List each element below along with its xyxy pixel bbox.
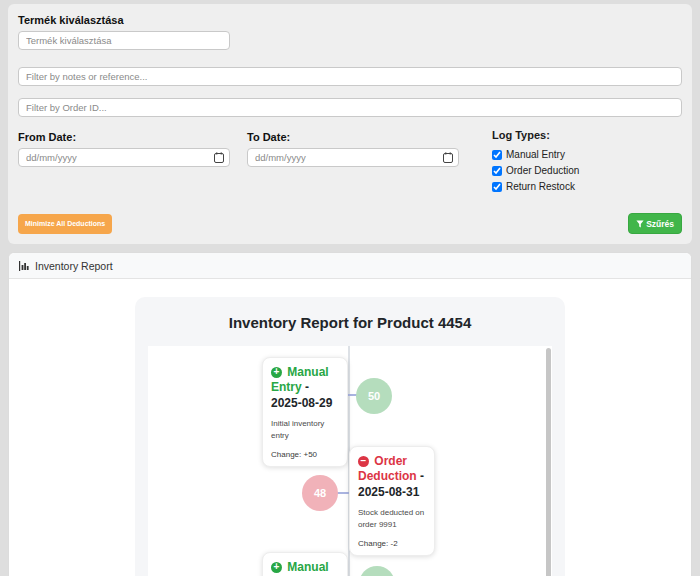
log-types-group: Log Types: Manual Entry Order Deduction … <box>492 129 579 197</box>
log-type-manual-entry[interactable]: Manual Entry <box>492 149 579 160</box>
timeline-entry-manual-1[interactable]: + Manual Entry - 2025-08-29 Initial inve… <box>262 357 348 467</box>
product-select-input[interactable] <box>18 31 230 50</box>
timeline-scrollbar[interactable] <box>546 348 551 576</box>
plus-circle-icon: + <box>271 562 282 573</box>
checkbox-label: Return Restock <box>506 181 575 192</box>
report-body: Inventory Report for Product 4454 + Manu… <box>9 279 691 576</box>
bar-chart-icon <box>19 261 30 271</box>
notes-filter-input[interactable] <box>18 67 682 86</box>
timeline-container: + Manual Entry - 2025-08-29 Initial inve… <box>148 346 552 576</box>
log-types-label: Log Types: <box>492 129 579 141</box>
stock-level-badge: 49 <box>359 566 395 576</box>
order-id-filter-input[interactable] <box>18 98 682 117</box>
timeline-entry-deduction[interactable]: − Order Deduction - 2025-08-31 Stock ded… <box>349 446 435 556</box>
from-date-label: From Date: <box>18 131 230 143</box>
stock-level-badge: 48 <box>302 475 338 511</box>
from-date-group: From Date: <box>18 129 230 167</box>
inventory-report-card: Inventory Report Inventory Report for Pr… <box>8 252 692 576</box>
log-type-order-deduction[interactable]: Order Deduction <box>492 165 579 176</box>
order-deduction-checkbox[interactable] <box>492 166 502 176</box>
stock-level-badge: 50 <box>356 378 392 414</box>
entry-title: + Manual Entry - 2025-09-02 <box>271 560 339 576</box>
entry-title: + Manual Entry - 2025-08-29 <box>271 365 339 411</box>
plus-circle-icon: + <box>271 367 282 378</box>
report-card-title: Inventory Report <box>35 260 113 272</box>
entry-change: Change: +50 <box>271 450 339 459</box>
funnel-icon <box>636 220 644 228</box>
to-date-label: To Date: <box>247 131 459 143</box>
filter-actions-row: Minimize All Deductions Szűrés <box>18 213 682 234</box>
entry-change: Change: -2 <box>358 539 426 548</box>
filter-button-label: Szűrés <box>646 219 674 229</box>
entry-note: Initial inventory entry <box>271 418 339 441</box>
checkbox-label: Manual Entry <box>506 149 565 160</box>
report-title: Inventory Report for Product 4454 <box>135 314 565 331</box>
to-date-group: To Date: <box>247 129 459 167</box>
entry-note: Stock deducted on order 9991 <box>358 507 426 530</box>
minus-circle-icon: − <box>358 456 369 467</box>
calendar-icon[interactable] <box>443 152 453 163</box>
from-date-input[interactable] <box>18 148 230 167</box>
checkbox-label: Order Deduction <box>506 165 579 176</box>
filter-submit-button[interactable]: Szűrés <box>628 213 682 234</box>
timeline-entry-manual-2[interactable]: + Manual Entry - 2025-09-02 Stock count … <box>262 552 348 576</box>
minimize-all-deductions-button[interactable]: Minimize All Deductions <box>18 214 112 234</box>
manual-entry-checkbox[interactable] <box>492 150 502 160</box>
report-card-header: Inventory Report <box>9 253 691 279</box>
report-panel: Inventory Report for Product 4454 + Manu… <box>135 297 565 576</box>
return-restock-checkbox[interactable] <box>492 182 502 192</box>
filter-panel: Termék kiválasztása From Date: To Date: <box>8 4 692 244</box>
entry-title: − Order Deduction - 2025-08-31 <box>358 454 426 500</box>
date-filter-row: From Date: To Date: <box>18 129 682 197</box>
log-type-return-restock[interactable]: Return Restock <box>492 181 579 192</box>
product-select-label: Termék kiválasztása <box>18 14 682 26</box>
calendar-icon[interactable] <box>214 152 224 163</box>
to-date-input[interactable] <box>247 148 459 167</box>
